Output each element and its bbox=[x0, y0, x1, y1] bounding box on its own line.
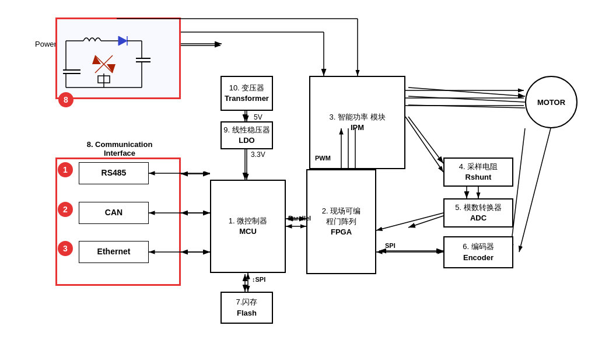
svg-marker-26 bbox=[118, 36, 127, 46]
fpga-zh: 2. 现场可编 程门阵列 bbox=[322, 206, 360, 227]
rs485-label: RS485 bbox=[102, 167, 127, 179]
svg-line-63 bbox=[376, 213, 443, 230]
voltage-33v-label: 3.3V bbox=[251, 150, 265, 159]
svg-line-17 bbox=[408, 105, 525, 108]
badge-3: 3 bbox=[58, 241, 73, 256]
flash-box: 7.闪存 Flash bbox=[220, 292, 273, 324]
flash-zh: 7.闪存 bbox=[236, 297, 258, 307]
rshunt-zh: 4. 采样电阻 bbox=[459, 162, 498, 172]
ipm-zh: 3. 智能功率 模块 bbox=[329, 112, 385, 123]
can-box: CAN bbox=[79, 202, 149, 224]
voltage-5v-label: 5V bbox=[254, 113, 262, 121]
encoder-box: 6. 编码器 Encoder bbox=[443, 236, 513, 268]
ldo-box: 9. 线性稳压器 LDO bbox=[220, 121, 273, 149]
svg-line-22 bbox=[510, 128, 525, 251]
badge-8-circuit: 8 bbox=[58, 92, 74, 107]
ethernet-label: Ethernet bbox=[97, 246, 131, 258]
fpga-box: 2. 现场可编 程门阵列 FPGA bbox=[306, 169, 376, 274]
transformer-en: Transformer bbox=[225, 93, 269, 104]
ldo-zh: 9. 线性稳压器 bbox=[223, 125, 270, 135]
transformer-zh: 10. 变压器 bbox=[229, 83, 265, 93]
adc-box: 5. 模数转换器 ADC bbox=[443, 198, 513, 228]
power-circuit-box bbox=[55, 18, 181, 99]
svg-line-15 bbox=[408, 88, 525, 96]
svg-line-18 bbox=[408, 117, 443, 163]
mcu-zh: 1. 微控制器 bbox=[229, 216, 267, 226]
diagram: Power bbox=[0, 0, 609, 364]
rshunt-en: Rshunt bbox=[466, 172, 492, 183]
parallel-label: Parallel bbox=[288, 215, 311, 222]
svg-line-65 bbox=[519, 128, 551, 252]
adc-zh: 5. 模数转换器 bbox=[455, 202, 501, 213]
badge-2: 2 bbox=[58, 202, 73, 217]
comm-section-label: 8. CommunicationInterface bbox=[58, 140, 181, 158]
flash-en: Flash bbox=[237, 308, 257, 318]
rs485-box: RS485 bbox=[79, 162, 149, 184]
spi-fpga-label: SPI bbox=[385, 242, 396, 249]
badge-1: 1 bbox=[58, 162, 73, 177]
svg-line-20 bbox=[408, 216, 443, 228]
svg-line-16 bbox=[408, 96, 525, 102]
pwm-label: PWM bbox=[315, 155, 331, 162]
svg-line-61 bbox=[405, 117, 443, 172]
transformer-box: 10. 变压器 Transformer bbox=[220, 76, 273, 111]
encoder-en: Encoder bbox=[463, 253, 494, 263]
encoder-zh: 6. 编码器 bbox=[463, 242, 494, 252]
ipm-en: IPM bbox=[351, 123, 364, 133]
spi-mcu-label: ↕SPI bbox=[252, 276, 265, 283]
adc-en: ADC bbox=[470, 213, 487, 223]
mcu-en: MCU bbox=[239, 226, 257, 237]
ethernet-box: Ethernet bbox=[79, 241, 149, 263]
motor-circle: MOTOR bbox=[525, 76, 578, 128]
circuit-svg bbox=[60, 23, 177, 93]
power-label: Power bbox=[35, 40, 57, 48]
mcu-box: 1. 微控制器 MCU bbox=[210, 180, 286, 273]
motor-label: MOTOR bbox=[537, 98, 565, 107]
ldo-en: LDO bbox=[239, 135, 254, 146]
can-label: CAN bbox=[105, 207, 123, 219]
rshunt-box: 4. 采样电阻 Rshunt bbox=[443, 158, 513, 187]
fpga-en: FPGA bbox=[331, 227, 352, 237]
